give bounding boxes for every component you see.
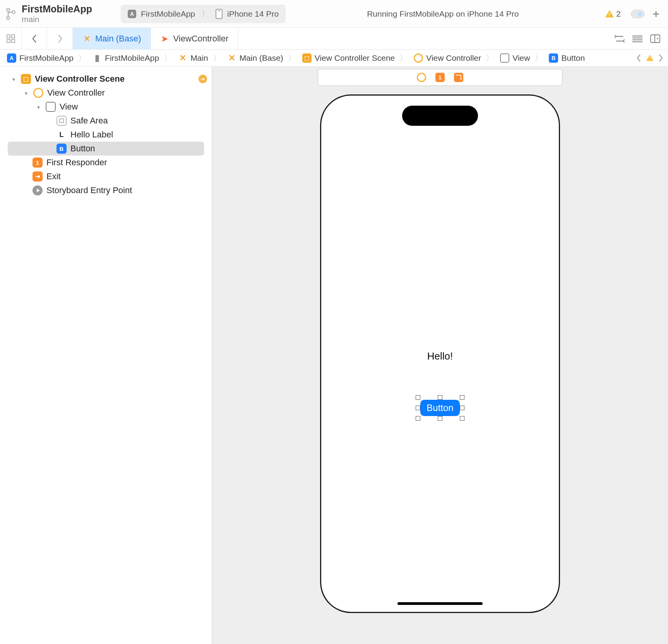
crumb-label: View Controller Scene <box>315 53 395 63</box>
crumb-scene[interactable]: ⬚ View Controller Scene 〉 <box>300 53 411 63</box>
view-controller-icon[interactable] <box>417 73 426 82</box>
interface-builder-icon: ✕ <box>178 53 187 63</box>
chevron-right-icon: 〉 <box>398 53 409 63</box>
resize-handle-bm[interactable] <box>438 416 442 421</box>
main-split: ▾ ⬚ View Controller Scene ➜ ▾ View Contr… <box>0 67 668 644</box>
crumb-label: Button <box>561 53 585 63</box>
svg-rect-4 <box>12 35 15 38</box>
resize-handle-mr[interactable] <box>460 406 464 410</box>
warnings-count: 2 <box>616 9 621 19</box>
tab-bar: ✕ Main (Base) ➤ ViewController + <box>0 28 668 50</box>
resize-handle-tl[interactable] <box>416 395 420 400</box>
outline-label: Safe Area <box>70 116 108 126</box>
resize-handle-bl[interactable] <box>416 416 420 421</box>
branch-name[interactable]: main <box>22 15 92 24</box>
outline-row-exit[interactable]: ⇥ Exit <box>0 170 212 183</box>
warnings-indicator[interactable]: 2 <box>605 9 621 19</box>
outline-row-scene[interactable]: ▾ ⬚ View Controller Scene ➜ <box>0 72 212 86</box>
project-name[interactable]: FirstMobileApp <box>22 4 92 15</box>
svg-rect-5 <box>7 39 10 43</box>
chevron-right-icon: 〉 <box>286 53 298 63</box>
chevron-right-icon[interactable] <box>658 54 663 62</box>
document-outline: ▾ ⬚ View Controller Scene ➜ ▾ View Contr… <box>0 67 212 644</box>
scene-dock[interactable]: 1 <box>318 69 562 86</box>
crumb-view-controller[interactable]: View Controller 〉 <box>411 53 498 63</box>
outline-row-view-controller[interactable]: ▾ View Controller <box>0 86 212 100</box>
jump-bar: A FirstMobileApp 〉 ▮ FirstMobileApp 〉 ✕ … <box>0 50 668 67</box>
view-icon <box>500 53 509 63</box>
adjust-editor-button[interactable] <box>614 33 625 45</box>
svg-rect-3 <box>7 35 10 38</box>
resize-handle-tr[interactable] <box>460 395 464 400</box>
exit-icon[interactable] <box>454 73 463 82</box>
scene-icon: ⬚ <box>302 53 312 63</box>
chevron-right-icon: 〉 <box>162 53 173 63</box>
crumb-label: FirstMobileApp <box>19 53 74 63</box>
related-items-button[interactable] <box>0 28 22 49</box>
crumb-label: View <box>512 53 530 63</box>
nav-forward-button[interactable] <box>47 28 73 49</box>
view-icon <box>46 102 56 112</box>
ui-button[interactable]: Button <box>420 400 460 416</box>
scene-entry-badge-icon: ➜ <box>199 75 207 83</box>
crumb-folder[interactable]: ▮ FirstMobileApp 〉 <box>90 53 176 63</box>
app-icon: A <box>128 10 136 18</box>
scheme-selector[interactable]: A FirstMobileApp 〉 iPhone 14 Pro <box>121 5 286 23</box>
crumb-button[interactable]: B Button <box>546 53 587 63</box>
chevron-right-icon: 〉 <box>77 53 88 63</box>
svg-point-1 <box>7 16 9 19</box>
resize-handle-ml[interactable] <box>416 406 420 410</box>
crumb-label: Main <box>190 53 208 63</box>
first-responder-icon: 1 <box>33 158 43 168</box>
tab-label: Main (Base) <box>95 34 141 44</box>
svg-point-2 <box>12 10 15 13</box>
outline-row-first-responder[interactable]: 1 First Responder <box>0 156 212 170</box>
resize-handle-tm[interactable] <box>438 395 442 400</box>
first-responder-icon[interactable]: 1 <box>435 73 445 82</box>
disclosure-icon[interactable]: ▾ <box>22 90 29 96</box>
outline-row-hello-label[interactable]: L Hello Label <box>0 128 212 142</box>
outline-label: First Responder <box>46 158 107 168</box>
outline-row-button[interactable]: B Button <box>8 142 204 156</box>
resize-handle-br[interactable] <box>460 416 464 421</box>
crumb-view[interactable]: View 〉 <box>498 53 546 63</box>
jump-bar-right <box>636 54 663 62</box>
add-editor-button[interactable]: + <box>649 33 661 45</box>
scheme-name: FirstMobileApp <box>141 9 195 19</box>
scene-icon: ⬚ <box>21 74 31 84</box>
crumb-label: Main (Base) <box>240 53 283 63</box>
svg-point-0 <box>7 8 9 11</box>
crumb-project[interactable]: A FirstMobileApp 〉 <box>5 53 90 63</box>
tab-main-storyboard[interactable]: ✕ Main (Base) <box>73 28 151 49</box>
svg-rect-6 <box>12 39 15 43</box>
branch-icon <box>5 7 16 21</box>
editor-layout-button[interactable] <box>632 33 643 45</box>
project-title-block: FirstMobileApp main <box>5 4 118 24</box>
outline-row-entry-point[interactable]: Storyboard Entry Point <box>0 183 212 197</box>
dynamic-island <box>402 106 478 126</box>
cloud-status-icon[interactable] <box>631 10 645 18</box>
label-icon: L <box>57 130 67 140</box>
chevron-left-icon[interactable] <box>636 54 642 62</box>
disclosure-icon[interactable]: ▾ <box>10 76 17 82</box>
chevron-right-icon: 〉 <box>484 53 495 63</box>
nav-back-button[interactable] <box>22 28 47 49</box>
chevron-right-icon: 〉 <box>533 53 544 63</box>
disclosure-icon[interactable]: ▾ <box>35 104 42 110</box>
hello-label[interactable]: Hello! <box>321 350 559 362</box>
folder-icon: ▮ <box>92 53 102 63</box>
outline-row-view[interactable]: ▾ View <box>0 100 212 114</box>
selected-button-wrap[interactable]: Button <box>418 397 462 418</box>
outline-label: View Controller <box>47 88 105 98</box>
device-icon <box>216 9 223 19</box>
crumb-main-base[interactable]: ✕ Main (Base) 〉 <box>225 53 300 63</box>
exit-icon: ⇥ <box>33 171 43 182</box>
outline-row-safe-area[interactable]: Safe Area <box>0 114 212 128</box>
crumb-main[interactable]: ✕ Main 〉 <box>176 53 225 63</box>
interface-builder-icon: ✕ <box>227 53 236 63</box>
interface-builder-canvas[interactable]: 1 Hello! Button <box>212 67 668 644</box>
selection-rect[interactable]: Button <box>418 397 462 418</box>
library-add-button[interactable]: ＋ <box>649 7 663 21</box>
tab-viewcontroller[interactable]: ➤ ViewController <box>151 28 238 49</box>
warning-icon[interactable] <box>646 55 654 61</box>
